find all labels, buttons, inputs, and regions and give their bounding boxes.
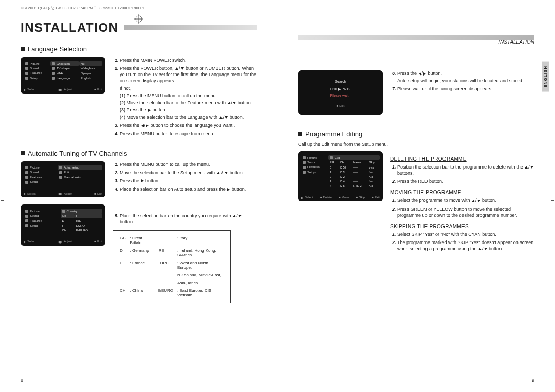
language-tab: ENGLISH (542, 62, 549, 92)
osd-features-menu: PictureChild lockNo SoundTV shapeWidegla… (21, 57, 105, 94)
section-auto-tuning: Automatic Tuning of TV Channels (21, 150, 257, 157)
step-5: Place the selection bar on the country y… (120, 213, 257, 225)
step-4: Place the selection bar on Auto setup an… (120, 186, 257, 192)
bullet-icon (298, 132, 302, 136)
del-step-2: Press the RED button. (397, 178, 534, 184)
title-bar (124, 25, 257, 30)
mov-step-1: Select the programme to move with / butt… (397, 197, 534, 203)
right-top: Search C10 ▶ PR12 Please wait ! ■ Exit P… (298, 70, 534, 115)
step-1: Press the MAIN POWER switch. (120, 57, 257, 63)
mov-step-2: Press GREEN or YELLOW button to move the… (397, 206, 534, 218)
page-right: ENGLISH INSTALLATION Search C10 ▶ PR12 P… (278, 0, 555, 392)
page-title: INSTALLATION (21, 21, 118, 35)
step-3: Press the button. (120, 178, 257, 184)
lang-steps: Press the MAIN POWER switch. Press the P… (113, 57, 257, 137)
step-4: Press the MENU button to escape from men… (120, 130, 257, 137)
section-label: Automatic Tuning of TV Channels (28, 150, 127, 157)
intro-text: Call up the Edit menu from the Setup men… (298, 142, 534, 147)
section-label: Language Selection (28, 45, 87, 53)
heading-skipping: SKIPPING THE PROGRAMMES (390, 223, 534, 229)
step-7: Please wait until the tuning screen disa… (397, 86, 534, 92)
moving-steps: Select the programme to move with / butt… (390, 197, 534, 218)
osd-search: Search C10 ▶ PR12 Please wait ! ■ Exit (298, 70, 383, 115)
pe-block: PictureEdit Sound PRCHNameSkip Features … (298, 151, 534, 254)
page-spread: DSL20D1T(PAL)-°¿ GB 03.10.23 1:48 PM ˘ `… (0, 0, 555, 392)
continued-steps: Press the / button. Auto setup will begi… (390, 70, 534, 92)
skip-step-1: Select SKIP "Yes" or "No" with the CYAN … (397, 231, 534, 237)
skipping-steps: Select SKIP "Yes" or "No" with the CYAN … (390, 231, 534, 252)
bullet-icon (21, 47, 25, 51)
osd-setup-menu: PictureAuto. setup SoundEdit FeaturesMan… (21, 161, 105, 198)
page-number: 9 (532, 378, 534, 383)
skip-step-2: The programme marked with SKIP "Yes" doe… (397, 239, 534, 252)
step-2: Move the selection bar to the Setup menu… (120, 170, 257, 176)
step-1: Press the MENU button to call up the men… (120, 161, 257, 167)
auto-steps: Press the MENU button to call up the men… (113, 161, 257, 226)
heading-moving: MOVING THE PROGRAMME (390, 190, 534, 195)
step-3: Press the / button to choose the languag… (120, 122, 257, 128)
bullet-icon (21, 151, 25, 155)
osd-country-menu: PictureCountry SoundGBI FeaturesDIRE Set… (21, 204, 105, 246)
print-header: DSL20D1T(PAL)-°¿ GB 03.10.23 1:48 PM ˘ `… (21, 6, 144, 10)
auto-block: PictureAuto. setup SoundEdit FeaturesMan… (21, 161, 257, 304)
section-label: Programme Editing (305, 130, 362, 138)
lang-block: PictureChild lockNo SoundTV shapeWidegla… (21, 57, 257, 139)
section-programme-editing: Programme Editing (298, 130, 534, 138)
del-step-1: Position the selection bar to the progra… (397, 164, 534, 176)
deleting-steps: Position the selection bar to the progra… (390, 164, 534, 184)
step-2: Press the POWER button, / button or NUMB… (120, 65, 257, 120)
section-language-selection: Language Selection (21, 45, 257, 53)
step-6: Press the / button. Auto setup will begi… (397, 70, 534, 84)
heading-deleting: DELETING THE PROGRAMME (390, 156, 534, 162)
osd-edit-menu: PictureEdit Sound PRCHNameSkip Features … (298, 151, 383, 201)
country-legend: GB: Great BritainI: Italy D: GermanyIRE:… (113, 230, 231, 303)
crop-mark-top (134, 14, 143, 24)
page-number: 8 (21, 378, 23, 383)
page-left: DSL20D1T(PAL)-°¿ GB 03.10.23 1:48 PM ˘ `… (0, 0, 278, 392)
